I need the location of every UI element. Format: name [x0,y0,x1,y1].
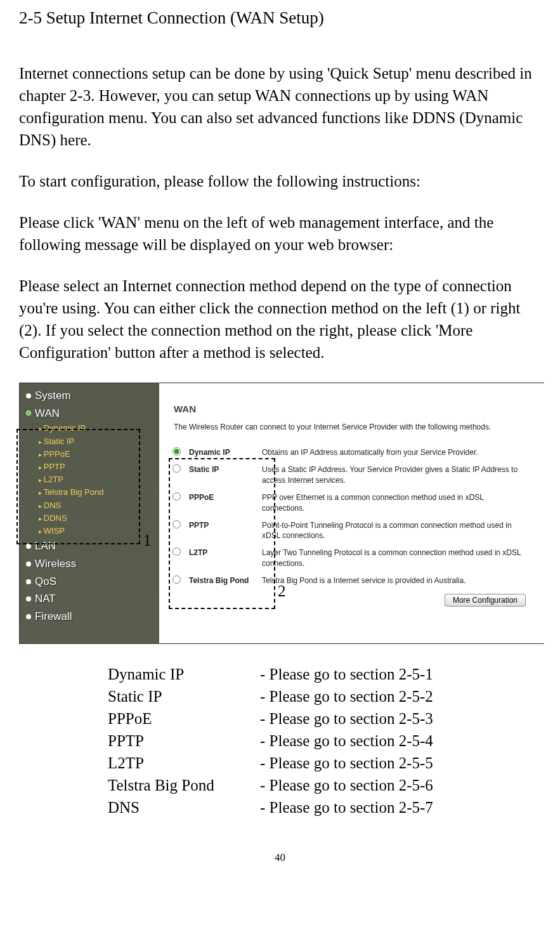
sidebar-label: System [35,388,71,404]
page-number: 40 [19,850,541,865]
callout-label-2: 2 [278,580,286,602]
screenshot-figure: System WAN Dynamic IP Static IP PPPoE PP… [19,383,544,644]
ref-row: DNS- Please go to section 2-5-7 [108,796,541,818]
sidebar-label: QoS [35,574,56,589]
bullet-icon [26,614,31,619]
sidebar-item-wan[interactable]: WAN [20,405,159,423]
sidebar-item-firewall[interactable]: Firewall [20,608,159,626]
ref-text: - Please go to section 2-5-5 [260,752,433,774]
wan-option-desc: Point-to-Point Tunneling Protocol is a c… [258,517,532,545]
callout-label-1: 1 [143,529,152,551]
bullet-icon [26,544,31,549]
sidebar-item-qos[interactable]: QoS [20,573,159,591]
ref-text: - Please go to section 2-5-6 [260,774,433,796]
radio-dynamic-ip[interactable] [173,447,181,456]
ref-row: PPPoE- Please go to section 2-5-3 [108,707,541,730]
wan-option-desc: Layer Two Tunneling Protocol is a common… [258,544,532,572]
ref-name: Dynamic IP [108,663,260,685]
sidebar-label: WAN [35,406,60,421]
sidebar-item-wireless[interactable]: Wireless [20,555,159,573]
paragraph-3: Please click 'WAN' menu on the left of w… [19,211,541,256]
ref-name: L2TP [108,752,260,774]
ref-text: - Please go to section 2-5-3 [260,707,433,730]
wan-option-desc: Telstra Big Pond is a Internet service i… [258,572,532,590]
ref-row: Telstra Big Pond- Please go to section 2… [108,774,541,796]
wan-option-desc: PPP over Ethernet is a common connection… [258,489,532,517]
ref-row: L2TP- Please go to section 2-5-5 [108,752,541,774]
ref-name: Telstra Big Pond [108,774,260,796]
ref-name: Static IP [108,685,260,707]
bullet-icon [26,561,31,567]
wan-option-desc: Obtains an IP Address automatically from… [258,444,532,462]
ref-text: - Please go to section 2-5-4 [260,730,433,752]
ref-row: Dynamic IP- Please go to section 2-5-1 [108,663,541,685]
sidebar-label: Wireless [35,556,76,572]
callout-box-1 [16,429,140,544]
sidebar-item-system[interactable]: System [20,387,159,405]
section-references: Dynamic IP- Please go to section 2-5-1 S… [108,663,541,818]
ref-row: PPTP- Please go to section 2-5-4 [108,730,541,752]
ref-name: PPPoE [108,707,260,730]
bullet-icon [26,596,31,601]
page-heading: 2-5 Setup Internet Connection (WAN Setup… [19,6,541,30]
more-configuration-button[interactable]: More Configuration [445,594,526,607]
bullet-icon [26,410,31,416]
ref-text: - Please go to section 2-5-2 [260,685,433,707]
bullet-icon [26,393,31,398]
ref-text: - Please go to section 2-5-7 [260,796,433,818]
ref-name: PPTP [108,730,260,752]
sidebar-item-nat[interactable]: NAT [20,590,159,608]
wan-panel-description: The Wireless Router can connect to your … [161,422,545,444]
sidebar-label: NAT [35,591,56,607]
ref-row: Static IP- Please go to section 2-5-2 [108,685,541,707]
wan-option-desc: Uses a Static IP Address. Your Service P… [258,461,532,489]
paragraph-2: To start configuration, please follow th… [19,170,541,192]
bullet-icon [26,579,31,584]
ref-text: - Please go to section 2-5-1 [260,663,433,685]
sidebar-label: Firewall [35,609,72,624]
paragraph-1: Internet connections setup can be done b… [19,62,541,151]
callout-box-2 [169,458,275,609]
ref-name: DNS [108,796,260,818]
paragraph-4: Please select an Internet connection met… [19,275,541,364]
wan-panel-title: WAN [161,383,545,422]
